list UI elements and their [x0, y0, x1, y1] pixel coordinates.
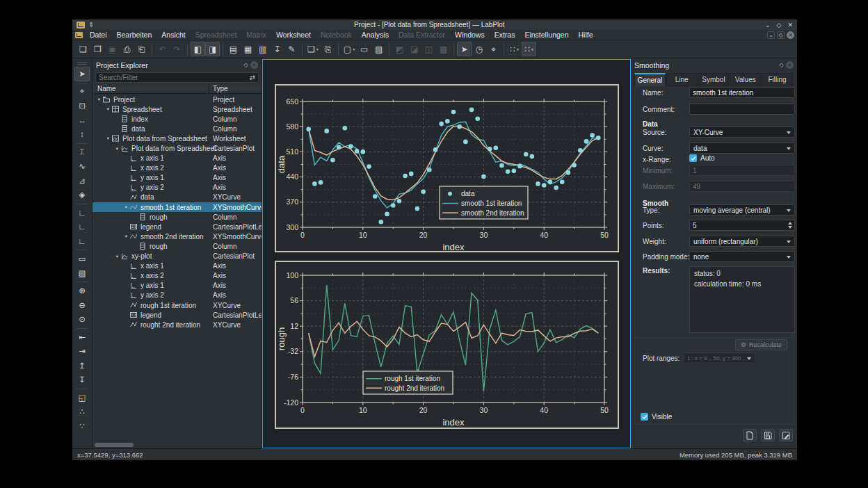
expander-icon[interactable]: ▾ — [114, 254, 120, 259]
add-curve-button[interactable]: ∿ — [74, 159, 90, 174]
padding-mode-select[interactable]: none — [689, 251, 795, 262]
spin-up-icon[interactable] — [788, 222, 792, 225]
tree-row[interactable]: y axis 1Axis — [93, 281, 262, 291]
tree-row[interactable]: ▾Plot data from SpreadsheetWorksheet — [93, 133, 262, 143]
source-select[interactable]: XY-Curve — [689, 127, 795, 138]
tree-row[interactable]: rought 2nd iterationXYCurve — [93, 320, 262, 330]
select-mode-button[interactable]: ➤ — [457, 42, 472, 56]
tree-row[interactable]: dataColumn — [93, 124, 262, 133]
column-header-type[interactable]: Type — [209, 85, 262, 92]
menu-analysis[interactable]: Analysis — [357, 31, 394, 39]
zoom-select-button[interactable]: ⊡ — [74, 99, 90, 113]
zoom-mode-button[interactable]: ▢▾ — [341, 42, 357, 56]
points-stepper[interactable] — [689, 220, 795, 231]
tab-general[interactable]: General — [634, 73, 666, 86]
tree-row[interactable]: roughColumn — [93, 241, 262, 251]
expander-icon[interactable]: ▾ — [123, 204, 129, 210]
tree-row[interactable]: ▾smooth 1st iterationXYSmoothCurve — [93, 202, 262, 212]
expander-icon[interactable]: ▾ — [114, 146, 120, 152]
add-image-button[interactable]: ▨ — [74, 266, 90, 281]
filter-icon[interactable]: ⇄ — [250, 74, 255, 81]
menu-hilfe[interactable]: Hilfe — [573, 31, 597, 39]
menu-worksheet[interactable]: Worksheet — [271, 31, 316, 39]
tab-values[interactable]: Values — [730, 73, 761, 86]
zoom-out-button[interactable]: ⊖ — [74, 298, 90, 313]
tree-row[interactable]: roughColumn — [93, 212, 262, 222]
float-panel-icon[interactable]: ◇ — [241, 60, 250, 70]
add-text-label-button[interactable]: ⌶ — [74, 145, 90, 160]
print-button[interactable]: ⎙ — [120, 42, 134, 56]
shift-left-x-button[interactable]: ⇤ — [74, 330, 90, 345]
fit-to-page-button[interactable]: ▭ — [357, 42, 371, 56]
auto-checkbox[interactable] — [689, 154, 697, 162]
presenter-mode-button[interactable]: ∷▾ — [522, 42, 536, 56]
tree-row[interactable]: ▾smooth 2nd iterationXYSmoothCurve — [93, 231, 262, 241]
shift-right-x-button[interactable]: ⇥ — [74, 344, 90, 359]
close-panel-icon[interactable]: ✕ — [250, 61, 258, 69]
export-worksheet-button[interactable]: ▨ — [371, 42, 386, 56]
expander-icon[interactable]: ▾ — [123, 234, 129, 239]
menu-extras[interactable]: Extras — [490, 31, 520, 39]
tree-row[interactable]: ▾SpreadsheetSpreadsheet — [93, 104, 262, 114]
mdi-minimize-button[interactable]: ⌄ — [767, 31, 775, 39]
tree-row[interactable]: ▾ProjectProject — [93, 95, 262, 104]
shift-down-y-button[interactable]: ↧ — [74, 373, 90, 387]
points-field[interactable] — [690, 222, 786, 229]
print-preview-button[interactable]: ⎗ — [134, 42, 149, 56]
new-note-button[interactable]: ✎ — [284, 42, 299, 56]
float-panel-icon[interactable]: ◇ — [777, 60, 786, 70]
shift-up-y-button[interactable]: ↥ — [74, 359, 90, 373]
plot-2[interactable]: 010203040501005612-32-76-120roughindexro… — [275, 261, 619, 429]
zoom-origin-button[interactable]: ⊙ — [74, 312, 90, 327]
new-datapicker-button[interactable]: ⎘ — [321, 42, 335, 56]
close-panel-icon[interactable]: ✕ — [786, 61, 794, 69]
zoom-y-select-button[interactable]: ↕ — [74, 127, 90, 142]
tree-row[interactable]: ▾xy-plotCartesianPlot — [93, 252, 262, 261]
tree-row[interactable]: y axis 2Axis — [93, 291, 262, 300]
auto-scale-x-button[interactable]: ∴ — [74, 405, 90, 419]
new-worksheet-button[interactable]: ❏▾ — [305, 42, 321, 56]
spin-down-icon[interactable] — [788, 226, 792, 229]
visible-checkbox[interactable] — [641, 413, 648, 421]
close-window-button[interactable]: ✕ — [787, 22, 793, 29]
menu-ansicht[interactable]: Ansicht — [156, 31, 190, 39]
search-input[interactable] — [99, 74, 248, 81]
menu-bearbeiten[interactable]: Bearbeiten — [112, 31, 157, 39]
tree-row[interactable]: x axis 1Axis — [93, 261, 262, 271]
comment-field[interactable] — [689, 104, 795, 115]
curve-select[interactable]: data — [689, 143, 795, 154]
expander-icon[interactable]: ▾ — [96, 97, 102, 102]
tree-row[interactable]: rough 1st iterationXYCurve — [93, 300, 262, 310]
add-custom-axis-button[interactable]: ∟ — [74, 234, 90, 249]
add-horizontal-axis-button[interactable]: ∟ — [74, 206, 90, 220]
column-header-name[interactable]: Name — [93, 84, 209, 93]
weight-select[interactable]: uniform (rectangular) — [689, 236, 795, 247]
type-select[interactable]: moving average (central) — [689, 204, 795, 215]
tree-row[interactable]: y axis 1Axis — [93, 173, 262, 183]
toggle-project-explorer-button[interactable]: ◧ — [191, 42, 205, 56]
auto-scale-y-button[interactable]: ∵ — [74, 419, 90, 434]
save-template-as-button[interactable] — [779, 429, 793, 441]
new-project-button[interactable]: ❏ — [76, 42, 90, 56]
add-boxplot-button[interactable]: ◈ — [74, 188, 90, 202]
menu-einstellungen[interactable]: Einstellungen — [520, 31, 573, 39]
import-data-button[interactable]: ↧ — [270, 42, 284, 56]
add-vertical-axis-button[interactable]: ∟ — [74, 220, 90, 234]
tree-row[interactable]: legendCartesianPlotLegend — [93, 310, 262, 320]
tree-row[interactable]: ▾Plot data from SpreadsheetCartesianPlot — [93, 143, 262, 153]
tree-row[interactable]: legendCartesianPlotLegend — [93, 222, 262, 231]
auto-scale-button[interactable]: ◱ — [74, 391, 90, 405]
worksheet-view[interactable]: 01020304050650580510440370300dataindexda… — [262, 59, 631, 448]
mdi-close-button[interactable]: ✕ — [787, 31, 794, 39]
magnification-button[interactable]: ∷▾ — [507, 42, 522, 56]
crosshair-cursor-button[interactable]: ⌖ — [74, 85, 90, 99]
new-spreadsheet-button[interactable]: ▤ — [226, 42, 241, 56]
new-matrix-button[interactable]: ▦ — [241, 42, 255, 56]
expander-icon[interactable]: ▾ — [105, 106, 111, 112]
name-field[interactable] — [689, 87, 795, 98]
menu-windows[interactable]: Windows — [450, 31, 490, 39]
tree-row[interactable]: dataXYCurve — [93, 193, 262, 202]
plot-1[interactable]: 01020304050650580510440370300dataindexda… — [275, 84, 619, 252]
minimize-window-button[interactable]: ⌄ — [765, 22, 771, 29]
zoom-in-button[interactable]: ⊕ — [74, 284, 90, 298]
